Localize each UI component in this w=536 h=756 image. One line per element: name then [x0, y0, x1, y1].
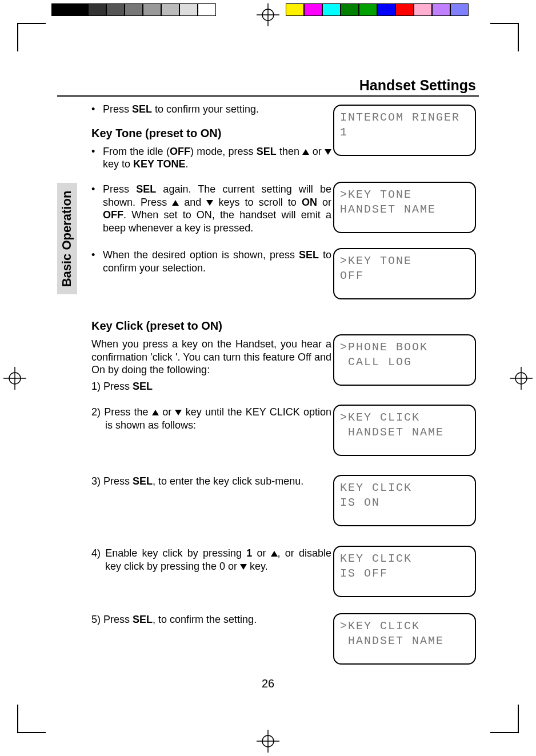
lcd-screen: INTERCOM RINGER 1	[333, 105, 476, 156]
crop-mark	[17, 705, 46, 733]
registration-mark-top	[257, 3, 279, 26]
color-swatch	[322, 3, 341, 16]
page-title: Handset Settings	[359, 77, 476, 94]
bullet-dot: •	[91, 103, 103, 116]
lcd-screen: >KEY CLICK HANDSET NAME	[333, 405, 476, 456]
registration-mark-right	[510, 367, 533, 390]
instruction-text: When the desired option is shown, press …	[103, 249, 331, 274]
color-swatch	[304, 3, 322, 16]
crop-mark	[490, 705, 519, 733]
color-swatch	[377, 3, 395, 16]
instruction-text: Press SEL to confirm your setting.	[103, 103, 331, 116]
color-swatch	[395, 3, 414, 16]
color-swatch	[359, 3, 377, 16]
down-arrow-icon	[240, 564, 247, 570]
registration-mark-left	[3, 367, 26, 390]
bullet-dot: •	[91, 145, 103, 171]
crop-mark	[17, 23, 46, 51]
color-swatch	[70, 3, 88, 16]
title-rule	[57, 95, 479, 97]
down-arrow-icon	[206, 200, 213, 206]
bullet-dot: •	[91, 183, 103, 234]
instruction-step: 1) Press SEL	[91, 380, 331, 393]
color-swatch	[106, 3, 125, 16]
lcd-screen: >KEY TONE HANDSET NAME	[333, 182, 476, 233]
page-number: 26	[0, 677, 536, 690]
color-swatch	[88, 3, 106, 16]
color-swatch	[286, 3, 304, 16]
up-arrow-icon	[172, 200, 179, 206]
color-swatch	[341, 3, 359, 16]
instruction-text: Press SEL again. The current setting wil…	[103, 183, 331, 234]
color-swatch	[414, 3, 432, 16]
color-swatch	[51, 3, 70, 16]
color-swatch	[432, 3, 450, 16]
registration-mark-bottom	[257, 730, 279, 753]
crop-mark	[490, 23, 519, 51]
lcd-screen: KEY CLICK IS ON	[333, 475, 476, 526]
lcd-screen: >PHONE BOOK CALL LOG	[333, 334, 476, 386]
color-swatch	[198, 3, 216, 16]
color-swatch	[179, 3, 198, 16]
section-tab: Basic Operation	[57, 183, 77, 294]
instruction-step: 5) Press SEL, to confirm the setting.	[91, 614, 257, 625]
color-swatch	[161, 3, 179, 16]
up-arrow-icon	[271, 551, 278, 557]
up-arrow-icon	[152, 410, 159, 415]
instruction-step: 4) Enable key click by pressing 1 or , o…	[91, 547, 331, 573]
section-heading-key-tone: Key Tone (preset to ON)	[91, 126, 331, 141]
lcd-screen: >KEY TONE OFF	[333, 248, 476, 299]
down-arrow-icon	[325, 149, 331, 155]
color-swatch	[143, 3, 161, 16]
instruction-text: From the idle (OFF) mode, press SEL then…	[103, 145, 331, 171]
instruction-text: When you press a key on the Handset, you…	[91, 338, 331, 377]
up-arrow-icon	[302, 149, 309, 155]
lcd-screen: KEY CLICK IS OFF	[333, 546, 476, 597]
instruction-step: 2) Press the or key until the KEY CLICK …	[91, 406, 331, 431]
section-tab-label: Basic Operation	[60, 190, 75, 287]
color-swatch	[450, 3, 469, 16]
color-bar-left	[51, 3, 216, 16]
color-swatch	[125, 3, 143, 16]
lcd-screen: >KEY CLICK HANDSET NAME	[333, 613, 476, 665]
color-bar-right	[286, 3, 469, 16]
bullet-dot: •	[91, 249, 103, 274]
down-arrow-icon	[175, 410, 182, 415]
instruction-step: 3) Press SEL, to enter the key click sub…	[91, 475, 303, 487]
section-heading-key-click: Key Click (preset to ON)	[91, 319, 331, 333]
